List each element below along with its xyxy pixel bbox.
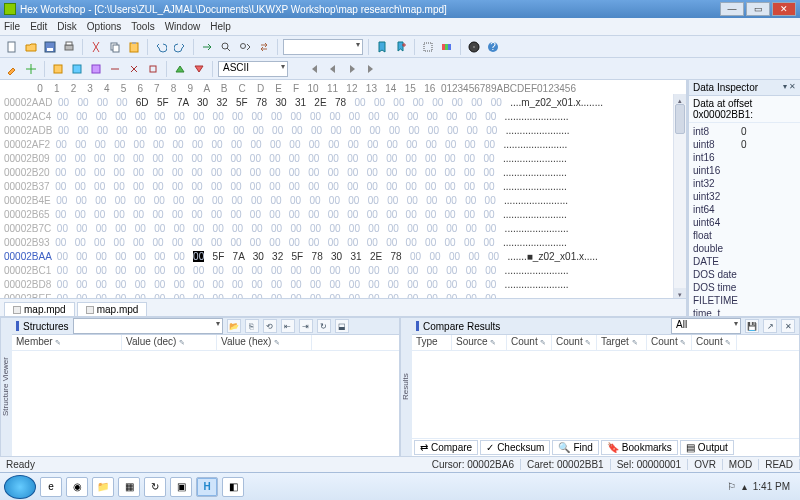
- menu-window[interactable]: Window: [165, 21, 201, 32]
- nav-first-icon[interactable]: [306, 61, 322, 77]
- find-next-icon[interactable]: [237, 39, 253, 55]
- nav-prev-icon[interactable]: [325, 61, 341, 77]
- disk-icon[interactable]: [466, 39, 482, 55]
- print-icon[interactable]: [61, 39, 77, 55]
- tool-icon[interactable]: [4, 61, 20, 77]
- tab-output[interactable]: ▤Output: [680, 440, 734, 455]
- results-tab[interactable]: Results: [400, 318, 412, 456]
- tool-icon[interactable]: [172, 61, 188, 77]
- replace-icon[interactable]: [256, 39, 272, 55]
- file-icon: [86, 306, 94, 314]
- find-icon[interactable]: [218, 39, 234, 55]
- file-tab[interactable]: map.mpd: [4, 302, 75, 316]
- hex-grid[interactable]: 0 1 2 3 4 5 6 7 8 9 A B C D E F 10 11 12…: [0, 80, 686, 298]
- col-target[interactable]: Target ✎: [597, 335, 647, 350]
- col-source[interactable]: Source ✎: [452, 335, 507, 350]
- menu-tools[interactable]: Tools: [131, 21, 154, 32]
- tool-icon[interactable]: [126, 61, 142, 77]
- svg-rect-22: [150, 66, 156, 72]
- taskbar-hexworkshop-icon[interactable]: H: [196, 477, 218, 497]
- pane-btn-icon[interactable]: ⇥: [299, 319, 313, 333]
- inspector-close-icon[interactable]: ✕: [789, 82, 796, 93]
- bookmark-icon[interactable]: [374, 39, 390, 55]
- file-tab[interactable]: map.mpd: [77, 302, 148, 316]
- paste-icon[interactable]: [126, 39, 142, 55]
- menu-help[interactable]: Help: [210, 21, 231, 32]
- compare-close-icon[interactable]: ✕: [781, 319, 795, 333]
- pane-btn-icon[interactable]: ↻: [317, 319, 331, 333]
- nav-next-icon[interactable]: [344, 61, 360, 77]
- col-count[interactable]: Count ✎: [552, 335, 597, 350]
- menu-edit[interactable]: Edit: [30, 21, 47, 32]
- tool-icon[interactable]: [191, 61, 207, 77]
- goto-icon[interactable]: [199, 39, 215, 55]
- col-count[interactable]: Count ✎: [692, 335, 737, 350]
- tool-icon[interactable]: [145, 61, 161, 77]
- new-icon[interactable]: [4, 39, 20, 55]
- nav-last-icon[interactable]: [363, 61, 379, 77]
- tool-icon[interactable]: [50, 61, 66, 77]
- inspector-dropdown-icon[interactable]: ▾: [783, 82, 787, 93]
- taskbar-chrome-icon[interactable]: ◉: [66, 477, 88, 497]
- tool-icon[interactable]: [69, 61, 85, 77]
- compare-save-icon[interactable]: 💾: [745, 319, 759, 333]
- save-icon[interactable]: [42, 39, 58, 55]
- scroll-down-icon[interactable]: ▾: [674, 288, 686, 298]
- taskbar-app-icon[interactable]: ▣: [170, 477, 192, 497]
- minimize-button[interactable]: —: [720, 2, 744, 16]
- tool-icon[interactable]: [107, 61, 123, 77]
- search-icon: 🔍: [558, 442, 570, 453]
- tool-icon[interactable]: [88, 61, 104, 77]
- scroll-up-icon[interactable]: ▴: [674, 94, 686, 104]
- tray-up-icon[interactable]: ▴: [742, 481, 747, 492]
- pane-btn-icon[interactable]: ⬓: [335, 319, 349, 333]
- tab-checksum[interactable]: ✓Checksum: [480, 440, 550, 455]
- redo-icon[interactable]: [172, 39, 188, 55]
- menu-disk[interactable]: Disk: [57, 21, 76, 32]
- col-count[interactable]: Count ✎: [647, 335, 692, 350]
- menu-file[interactable]: File: [4, 21, 20, 32]
- taskbar-app-icon[interactable]: ▦: [118, 477, 140, 497]
- taskbar-ie-icon[interactable]: e: [40, 477, 62, 497]
- col-type[interactable]: Type: [412, 335, 452, 350]
- bookmark-add-icon[interactable]: [393, 39, 409, 55]
- compare-filter-select[interactable]: All: [671, 318, 741, 334]
- system-tray[interactable]: ⚐ ▴ 1:41 PM: [721, 481, 796, 492]
- scroll-thumb[interactable]: [675, 104, 685, 134]
- close-button[interactable]: ✕: [772, 2, 796, 16]
- col-value-dec[interactable]: Value (dec) ✎: [122, 335, 217, 350]
- pane-btn-icon[interactable]: ⟲: [263, 319, 277, 333]
- undo-icon[interactable]: [153, 39, 169, 55]
- search-input[interactable]: [283, 39, 363, 55]
- tray-flag-icon[interactable]: ⚐: [727, 481, 736, 492]
- status-sel: Sel: 00000001: [611, 459, 689, 470]
- taskbar-app-icon[interactable]: ◧: [222, 477, 244, 497]
- pane-btn-icon[interactable]: ⇤: [281, 319, 295, 333]
- compare-icon: ⇄: [420, 442, 428, 453]
- pane-btn-icon[interactable]: ⎘: [245, 319, 259, 333]
- tool-icon[interactable]: [23, 61, 39, 77]
- tab-compare[interactable]: ⇄Compare: [414, 440, 478, 455]
- structure-viewer-tab[interactable]: Structure Viewer: [0, 318, 12, 456]
- start-button[interactable]: [4, 475, 36, 499]
- menu-options[interactable]: Options: [87, 21, 121, 32]
- compare-export-icon[interactable]: ↗: [763, 319, 777, 333]
- maximize-button[interactable]: ▭: [746, 2, 770, 16]
- open-struct-icon[interactable]: 📂: [227, 319, 241, 333]
- taskbar-explorer-icon[interactable]: 📁: [92, 477, 114, 497]
- copy-icon[interactable]: [107, 39, 123, 55]
- col-count[interactable]: Count ✎: [507, 335, 552, 350]
- tab-find[interactable]: 🔍Find: [552, 440, 598, 455]
- hex-scrollbar[interactable]: ▴ ▾: [673, 94, 686, 298]
- col-member[interactable]: Member ✎: [12, 335, 122, 350]
- structures-select[interactable]: [73, 318, 223, 334]
- col-value-hex[interactable]: Value (hex) ✎: [217, 335, 312, 350]
- block-select-icon[interactable]: [420, 39, 436, 55]
- taskbar-app-icon[interactable]: ↻: [144, 477, 166, 497]
- help-icon[interactable]: ?: [485, 39, 501, 55]
- encoding-select[interactable]: ASCII: [218, 61, 288, 77]
- color-map-icon[interactable]: [439, 39, 455, 55]
- open-icon[interactable]: [23, 39, 39, 55]
- cut-icon[interactable]: [88, 39, 104, 55]
- tab-bookmarks[interactable]: 🔖Bookmarks: [601, 440, 678, 455]
